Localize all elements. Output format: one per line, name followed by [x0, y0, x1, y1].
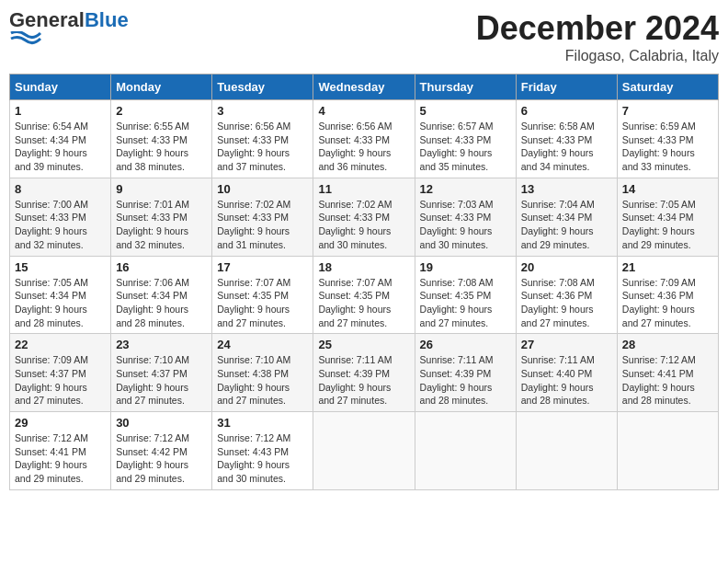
calendar-cell: 1Sunrise: 6:54 AMSunset: 4:34 PMDaylight… — [10, 100, 111, 178]
day-info: Sunrise: 7:10 AMSunset: 4:38 PMDaylight:… — [217, 353, 308, 408]
day-number: 15 — [15, 260, 106, 274]
calendar-cell: 14Sunrise: 7:05 AMSunset: 4:34 PMDayligh… — [617, 178, 718, 256]
day-number: 17 — [217, 260, 308, 274]
day-number: 10 — [217, 182, 308, 196]
calendar-cell: 7Sunrise: 6:59 AMSunset: 4:33 PMDaylight… — [617, 100, 718, 178]
day-info: Sunrise: 7:12 AMSunset: 4:42 PMDaylight:… — [116, 431, 207, 486]
day-info: Sunrise: 6:57 AMSunset: 4:33 PMDaylight:… — [420, 120, 511, 174]
calendar-cell: 12Sunrise: 7:03 AMSunset: 4:33 PMDayligh… — [415, 178, 516, 256]
calendar-cell: 5Sunrise: 6:57 AMSunset: 4:33 PMDaylight… — [415, 100, 516, 178]
calendar-cell: 4Sunrise: 6:56 AMSunset: 4:33 PMDaylight… — [313, 100, 415, 178]
calendar-cell: 26Sunrise: 7:11 AMSunset: 4:39 PMDayligh… — [415, 334, 516, 412]
weekday-header-sunday: Sunday — [10, 75, 111, 100]
calendar-cell: 6Sunrise: 6:58 AMSunset: 4:33 PMDaylight… — [516, 100, 617, 178]
day-info: Sunrise: 7:03 AMSunset: 4:33 PMDaylight:… — [420, 198, 511, 252]
calendar-cell: 11Sunrise: 7:02 AMSunset: 4:33 PMDayligh… — [313, 178, 415, 256]
calendar-cell: 22Sunrise: 7:09 AMSunset: 4:37 PMDayligh… — [10, 334, 111, 412]
day-info: Sunrise: 7:12 AMSunset: 4:43 PMDaylight:… — [217, 431, 308, 486]
day-info: Sunrise: 6:56 AMSunset: 4:33 PMDaylight:… — [217, 120, 308, 174]
day-number: 4 — [318, 104, 409, 118]
calendar-week-3: 15Sunrise: 7:05 AMSunset: 4:34 PMDayligh… — [10, 256, 719, 334]
weekday-header-saturday: Saturday — [617, 75, 718, 100]
calendar-cell: 10Sunrise: 7:02 AMSunset: 4:33 PMDayligh… — [212, 178, 313, 256]
weekday-header-wednesday: Wednesday — [313, 75, 415, 100]
day-info: Sunrise: 7:09 AMSunset: 4:36 PMDaylight:… — [622, 276, 713, 330]
day-number: 12 — [420, 182, 511, 196]
logo-blue: Blue — [85, 8, 129, 31]
day-info: Sunrise: 7:05 AMSunset: 4:34 PMDaylight:… — [15, 276, 106, 330]
calendar-week-1: 1Sunrise: 6:54 AMSunset: 4:34 PMDaylight… — [10, 100, 719, 178]
logo: GeneralBlue — [9, 9, 129, 52]
page-header: GeneralBlue December 2024 Filogaso, Cala… — [9, 9, 719, 64]
calendar-cell: 23Sunrise: 7:10 AMSunset: 4:37 PMDayligh… — [111, 334, 212, 412]
day-info: Sunrise: 6:56 AMSunset: 4:33 PMDaylight:… — [318, 120, 409, 174]
calendar-cell: 15Sunrise: 7:05 AMSunset: 4:34 PMDayligh… — [10, 256, 111, 334]
calendar-cell: 18Sunrise: 7:07 AMSunset: 4:35 PMDayligh… — [313, 256, 415, 334]
day-number: 26 — [420, 338, 511, 351]
day-number: 19 — [420, 260, 511, 274]
calendar-week-4: 22Sunrise: 7:09 AMSunset: 4:37 PMDayligh… — [10, 334, 719, 412]
calendar-cell: 20Sunrise: 7:08 AMSunset: 4:36 PMDayligh… — [516, 256, 617, 334]
calendar-body: 1Sunrise: 6:54 AMSunset: 4:34 PMDaylight… — [10, 100, 719, 490]
day-info: Sunrise: 6:59 AMSunset: 4:33 PMDaylight:… — [622, 120, 713, 174]
calendar-cell: 13Sunrise: 7:04 AMSunset: 4:34 PMDayligh… — [516, 178, 617, 256]
day-number: 1 — [15, 104, 106, 118]
day-info: Sunrise: 6:58 AMSunset: 4:33 PMDaylight:… — [521, 120, 612, 174]
day-number: 14 — [622, 182, 713, 196]
day-number: 8 — [15, 182, 106, 196]
day-info: Sunrise: 7:10 AMSunset: 4:37 PMDaylight:… — [116, 353, 207, 408]
day-number: 3 — [217, 104, 308, 118]
month-title: December 2024 — [476, 9, 719, 48]
weekday-header-friday: Friday — [516, 75, 617, 100]
day-number: 23 — [116, 338, 207, 351]
day-info: Sunrise: 7:00 AMSunset: 4:33 PMDaylight:… — [15, 198, 106, 252]
calendar-cell: 29Sunrise: 7:12 AMSunset: 4:41 PMDayligh… — [10, 412, 111, 490]
calendar-cell: 31Sunrise: 7:12 AMSunset: 4:43 PMDayligh… — [212, 412, 313, 490]
day-number: 13 — [521, 182, 612, 196]
day-info: Sunrise: 7:06 AMSunset: 4:34 PMDaylight:… — [116, 276, 207, 330]
title-block: December 2024 Filogaso, Calabria, Italy — [476, 9, 719, 64]
day-info: Sunrise: 7:08 AMSunset: 4:36 PMDaylight:… — [521, 276, 612, 330]
weekday-header-thursday: Thursday — [415, 75, 516, 100]
day-info: Sunrise: 7:07 AMSunset: 4:35 PMDaylight:… — [217, 276, 308, 330]
calendar-cell: 28Sunrise: 7:12 AMSunset: 4:41 PMDayligh… — [617, 334, 718, 412]
day-number: 5 — [420, 104, 511, 118]
day-info: Sunrise: 7:09 AMSunset: 4:37 PMDaylight:… — [15, 353, 106, 408]
day-number: 18 — [318, 260, 409, 274]
weekday-header-tuesday: Tuesday — [212, 75, 313, 100]
day-number: 31 — [217, 416, 308, 430]
calendar-table: SundayMondayTuesdayWednesdayThursdayFrid… — [9, 74, 719, 490]
day-info: Sunrise: 7:11 AMSunset: 4:39 PMDaylight:… — [318, 353, 409, 408]
day-info: Sunrise: 7:01 AMSunset: 4:33 PMDaylight:… — [116, 198, 207, 252]
day-info: Sunrise: 6:55 AMSunset: 4:33 PMDaylight:… — [116, 120, 207, 174]
day-number: 11 — [318, 182, 409, 196]
weekday-header-monday: Monday — [111, 75, 212, 100]
day-number: 25 — [318, 338, 409, 351]
calendar-week-5: 29Sunrise: 7:12 AMSunset: 4:41 PMDayligh… — [10, 412, 719, 490]
location-title: Filogaso, Calabria, Italy — [476, 48, 719, 64]
calendar-cell: 9Sunrise: 7:01 AMSunset: 4:33 PMDaylight… — [111, 178, 212, 256]
day-info: Sunrise: 7:05 AMSunset: 4:34 PMDaylight:… — [622, 198, 713, 252]
logo-general: General — [9, 8, 85, 31]
logo-icon — [9, 31, 42, 48]
calendar-cell — [415, 412, 516, 490]
calendar-week-2: 8Sunrise: 7:00 AMSunset: 4:33 PMDaylight… — [10, 178, 719, 256]
weekday-header-row: SundayMondayTuesdayWednesdayThursdayFrid… — [10, 75, 719, 100]
day-number: 28 — [622, 338, 713, 351]
day-number: 30 — [116, 416, 207, 430]
day-number: 16 — [116, 260, 207, 274]
day-number: 20 — [521, 260, 612, 274]
day-info: Sunrise: 7:11 AMSunset: 4:39 PMDaylight:… — [420, 353, 511, 408]
day-number: 27 — [521, 338, 612, 351]
calendar-cell: 24Sunrise: 7:10 AMSunset: 4:38 PMDayligh… — [212, 334, 313, 412]
day-number: 7 — [622, 104, 713, 118]
calendar-cell: 16Sunrise: 7:06 AMSunset: 4:34 PMDayligh… — [111, 256, 212, 334]
day-info: Sunrise: 7:07 AMSunset: 4:35 PMDaylight:… — [318, 276, 409, 330]
day-number: 9 — [116, 182, 207, 196]
day-info: Sunrise: 7:11 AMSunset: 4:40 PMDaylight:… — [521, 353, 612, 408]
calendar-cell: 21Sunrise: 7:09 AMSunset: 4:36 PMDayligh… — [617, 256, 718, 334]
day-number: 21 — [622, 260, 713, 274]
calendar-cell: 30Sunrise: 7:12 AMSunset: 4:42 PMDayligh… — [111, 412, 212, 490]
day-number: 6 — [521, 104, 612, 118]
day-info: Sunrise: 7:12 AMSunset: 4:41 PMDaylight:… — [15, 431, 106, 486]
